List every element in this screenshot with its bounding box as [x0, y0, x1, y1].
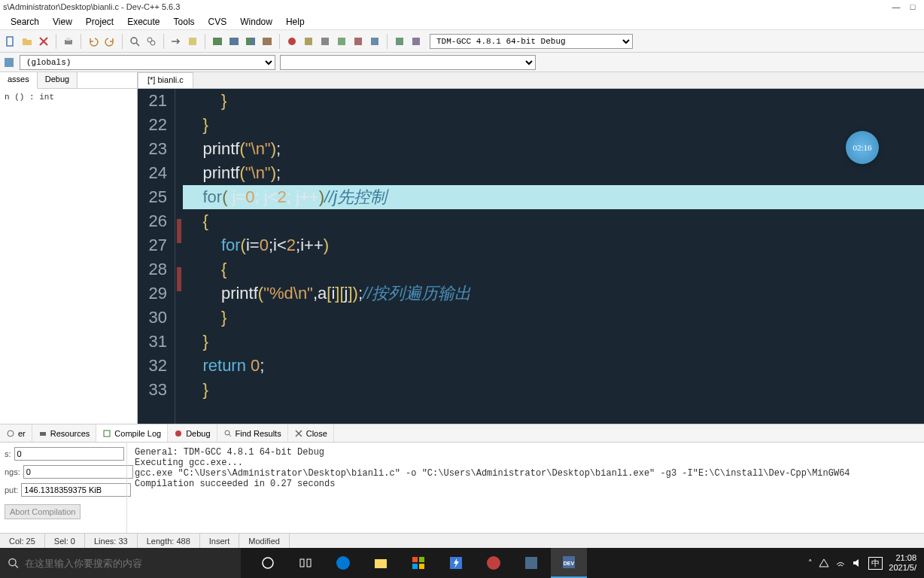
bookmark-icon[interactable] — [185, 34, 200, 49]
taskview-icon[interactable] — [287, 548, 324, 578]
svg-rect-16 — [354, 38, 362, 45]
bottom-panel: erResourcesCompile LogDebugFind ResultsC… — [0, 424, 924, 533]
fold-strip[interactable] — [175, 89, 183, 424]
goto-icon[interactable] — [169, 34, 184, 49]
taskbar-search[interactable] — [0, 548, 241, 578]
status-lines: Lines: 33 — [85, 534, 138, 548]
cortana-icon[interactable] — [250, 548, 286, 578]
abort-button[interactable]: Abort Compilation — [5, 504, 81, 519]
window-titlebar: s\Administrator\Desktop\bianli.c - Dev-C… — [0, 0, 924, 14]
app-icon-2[interactable] — [513, 548, 549, 578]
tray-network-icon[interactable] — [819, 558, 829, 568]
line-gutter: 21222324252627282930313233 — [138, 89, 175, 424]
bottom-tab-find-results[interactable]: Find Results — [217, 424, 288, 442]
gear-icon — [6, 429, 15, 438]
globals-select[interactable]: (globals) — [20, 55, 275, 70]
run-icon[interactable] — [226, 34, 242, 49]
status-modified: Modified — [239, 534, 290, 548]
menu-window[interactable]: Window — [234, 15, 278, 29]
tool1-icon[interactable] — [318, 34, 333, 49]
profile-icon[interactable] — [301, 34, 316, 49]
code-editor[interactable]: 21222324252627282930313233 } } printf("\… — [138, 89, 924, 424]
tray-wifi-icon[interactable] — [835, 558, 846, 568]
compile-icon[interactable] — [210, 34, 225, 49]
menu-view[interactable]: View — [47, 15, 78, 29]
open-icon[interactable] — [20, 34, 35, 49]
svg-rect-33 — [419, 557, 424, 562]
app-store-icon[interactable] — [400, 548, 436, 578]
app-thunder-icon[interactable] — [438, 548, 474, 578]
svg-rect-13 — [305, 38, 312, 45]
status-sel: Sel: 0 — [45, 534, 85, 548]
tray-volume-icon[interactable] — [852, 558, 862, 568]
replace-icon[interactable] — [144, 34, 159, 49]
errors-field[interactable] — [14, 447, 124, 461]
print-icon[interactable] — [61, 34, 76, 49]
symbol-entry[interactable]: n () : int — [5, 93, 54, 102]
svg-rect-23 — [104, 430, 110, 437]
svg-rect-34 — [412, 564, 418, 569]
output-field[interactable] — [21, 483, 131, 497]
find-icon[interactable] — [127, 34, 142, 49]
svg-rect-20 — [5, 58, 14, 67]
app-explorer-icon[interactable] — [363, 548, 399, 578]
menu-tools[interactable]: Tools — [168, 15, 201, 29]
undo-icon[interactable] — [86, 34, 101, 49]
bottom-tab-compile-log[interactable]: Compile Log — [96, 424, 168, 442]
svg-rect-6 — [189, 38, 196, 45]
x-icon — [294, 429, 303, 438]
compiler-select[interactable]: TDM-GCC 4.8.1 64-bit Debug — [430, 34, 633, 49]
bottom-tab-resources[interactable]: Resources — [32, 424, 97, 442]
warnings-field[interactable] — [23, 465, 133, 479]
left-tab-asses[interactable]: asses — [0, 72, 38, 89]
taskbar-search-input[interactable] — [25, 558, 233, 569]
app-edge-icon[interactable] — [325, 548, 361, 578]
menu-execute[interactable]: Execute — [121, 15, 166, 29]
svg-point-24 — [175, 430, 181, 437]
bottom-tab-debug[interactable]: Debug — [168, 424, 217, 442]
app-devcpp-icon[interactable]: DEV — [551, 548, 587, 578]
close-file-icon[interactable] — [36, 34, 51, 49]
tool6-icon[interactable] — [409, 34, 424, 49]
svg-point-21 — [8, 430, 14, 437]
menu-search[interactable]: Search — [5, 15, 45, 29]
rebuild-icon[interactable] — [260, 34, 275, 49]
code-content[interactable]: } } printf("\n"); printf("\n"); for( j=0… — [183, 89, 924, 424]
bottom-tab-er[interactable]: er — [0, 424, 32, 442]
svg-rect-22 — [40, 432, 46, 436]
tray-ime[interactable]: 中 — [868, 557, 883, 570]
svg-rect-15 — [338, 38, 345, 45]
menu-bar: SearchViewProjectExecuteToolsCVSWindowHe… — [0, 14, 924, 30]
tray-chevron-icon[interactable]: ˄ — [808, 558, 813, 568]
svg-rect-28 — [300, 559, 304, 567]
tool5-icon[interactable] — [392, 34, 407, 49]
svg-rect-10 — [251, 38, 255, 45]
svg-rect-11 — [263, 38, 272, 45]
redo-icon[interactable] — [102, 34, 117, 49]
menu-project[interactable]: Project — [80, 15, 120, 29]
editor-tab[interactable]: [*] bianli.c — [138, 72, 193, 88]
svg-rect-14 — [321, 38, 329, 45]
windows-taskbar[interactable]: DEV ˄ 中 21:08 2021/5/ — [0, 548, 924, 578]
tool4-icon[interactable] — [367, 34, 382, 49]
menu-help[interactable]: Help — [280, 15, 311, 29]
class-browser[interactable]: n () : int — [0, 89, 137, 424]
debug-icon[interactable] — [284, 34, 299, 49]
scope-bar: (globals) — [0, 53, 924, 72]
minimize-button[interactable]: — — [891, 2, 901, 11]
timer-badge: 02:16 — [846, 131, 879, 164]
bottom-tab-close[interactable]: Close — [288, 424, 334, 442]
menu-cvs[interactable]: CVS — [202, 15, 233, 29]
maximize-button[interactable]: □ — [907, 2, 918, 11]
left-tab-debug[interactable]: Debug — [38, 72, 78, 88]
compile-run-icon[interactable] — [243, 34, 258, 49]
tray-clock[interactable]: 21:08 2021/5/ — [889, 553, 916, 573]
members-select[interactable] — [280, 55, 536, 70]
tool2-icon[interactable] — [334, 34, 349, 49]
svg-rect-31 — [375, 559, 387, 568]
new-file-icon[interactable] — [3, 34, 18, 49]
app-icon[interactable] — [476, 548, 512, 578]
compile-log[interactable]: General: TDM-GCC 4.8.1 64-bit Debug Exec… — [126, 443, 924, 533]
bug-icon — [174, 429, 183, 438]
tool3-icon[interactable] — [351, 34, 366, 49]
